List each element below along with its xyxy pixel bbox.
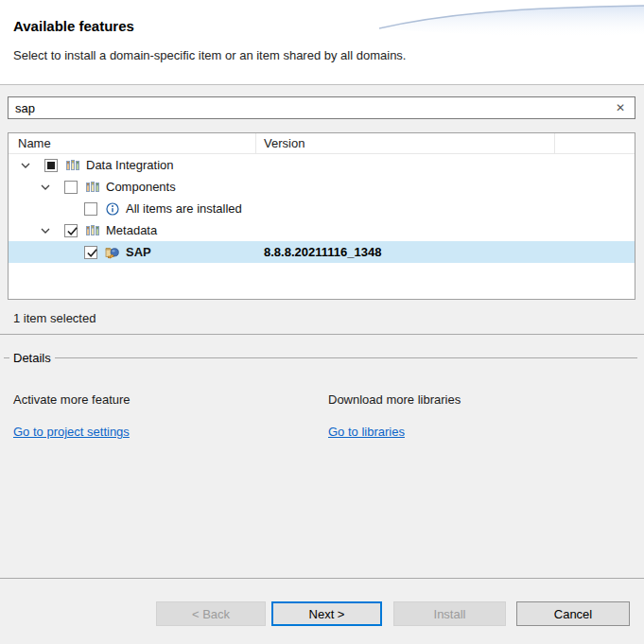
selection-status-text: 1 item selected xyxy=(13,311,96,325)
features-tree-table: Name Version Data Integration xyxy=(8,132,635,300)
info-icon xyxy=(105,201,120,217)
row-version: 8.8.8.20211116_1348 xyxy=(264,245,381,259)
row-label: Components xyxy=(106,180,176,194)
download-more-libraries-label: Download more libraries xyxy=(328,392,461,407)
row-checkbox-mixed[interactable] xyxy=(44,159,58,172)
row-checkbox-checked[interactable] xyxy=(84,246,97,259)
feature-bars-icon xyxy=(85,223,100,238)
row-label: Data Integration xyxy=(86,158,174,172)
banner-swoosh-graphic xyxy=(379,0,644,43)
cancel-button[interactable]: Cancel xyxy=(516,601,630,626)
back-button: < Back xyxy=(156,601,266,626)
activate-more-feature-label: Activate more feature xyxy=(13,392,131,407)
tree-row-all-items-installed[interactable]: All items are installed xyxy=(9,198,635,219)
details-group-label: Details xyxy=(13,351,51,365)
feature-bars-icon xyxy=(85,180,100,195)
column-header-name[interactable]: Name xyxy=(18,136,51,150)
chevron-down-icon[interactable] xyxy=(40,228,64,234)
clear-search-icon[interactable]: ✕ xyxy=(613,100,628,115)
column-header-version[interactable]: Version xyxy=(264,136,305,150)
table-header: Name Version xyxy=(9,133,635,154)
tree-row-metadata[interactable]: Metadata xyxy=(9,219,635,241)
column-divider xyxy=(554,133,555,153)
go-to-project-settings-link[interactable]: Go to project settings xyxy=(13,425,130,439)
row-checkbox-checked[interactable] xyxy=(64,224,78,237)
page-subtitle: Select to install a domain-specific item… xyxy=(13,48,406,62)
sap-icon xyxy=(105,245,120,260)
chevron-down-icon[interactable] xyxy=(20,163,44,168)
feature-bars-icon xyxy=(65,158,80,173)
row-checkbox-unchecked[interactable] xyxy=(64,181,78,194)
search-box: ✕ xyxy=(8,96,635,119)
row-label: Metadata xyxy=(106,223,157,237)
separator xyxy=(0,578,644,579)
go-to-libraries-link[interactable]: Go to libraries xyxy=(328,425,405,439)
chevron-down-icon[interactable] xyxy=(40,184,64,190)
details-group-header: Details xyxy=(4,351,637,365)
tree-row-data-integration[interactable]: Data Integration xyxy=(9,154,635,176)
wizard-header: Available features Select to install a d… xyxy=(0,0,644,85)
available-features-dialog: Available features Select to install a d… xyxy=(0,0,644,644)
tree-row-components[interactable]: Components xyxy=(9,176,635,198)
row-label: All items are installed xyxy=(126,201,242,216)
separator xyxy=(0,334,644,335)
tree-row-sap[interactable]: SAP 8.8.8.20211116_1348 xyxy=(9,241,635,263)
row-label: SAP xyxy=(126,245,151,259)
row-checkbox-unchecked[interactable] xyxy=(84,202,97,216)
column-divider xyxy=(255,133,256,153)
next-button[interactable]: Next > xyxy=(271,601,382,626)
search-input[interactable] xyxy=(15,97,613,118)
page-title: Available features xyxy=(13,18,134,34)
install-button: Install xyxy=(393,601,506,626)
